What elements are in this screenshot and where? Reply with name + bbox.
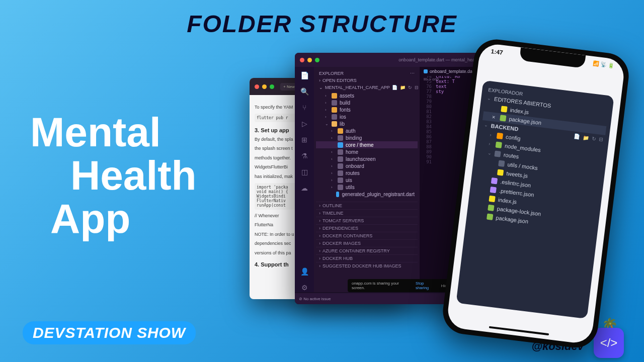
files-icon[interactable]: 📄 [300,71,309,80]
tree-item[interactable]: ⌄lib [316,120,418,127]
account-icon[interactable]: 👤 [300,267,309,276]
docker-icon[interactable]: ◫ [300,167,309,176]
remote-icon[interactable]: ☁ [300,184,309,193]
explorer-section[interactable]: ›DOCKER CONTAINERS [316,232,418,239]
breadcrumb[interactable]: lib > onb [420,76,443,82]
explorer-panel: EXPLORER ⋯ ›OPEN EDITORS ⌄MENTAL_HEALTH_… [314,67,420,292]
close-icon[interactable]: × [492,114,497,120]
explorer-section[interactable]: ›DOCKER IMAGES [316,239,418,247]
maximize-icon[interactable] [315,58,319,62]
new-file-icon[interactable]: 📄 [392,85,397,90]
phone-explorer-panel: EXPLORADOR ⌄EDITORES ABIERTOS index.js×p… [456,80,614,319]
hero-line-1: Mental [30,111,197,154]
extensions-icon[interactable]: ⊞ [300,135,309,144]
maximize-icon[interactable] [270,84,274,89]
explorer-section[interactable]: ›SUGGESTED DOCKER HUB IMAGES [316,262,418,269]
explorer-section[interactable]: ›TIMELINE [316,209,418,217]
tree-item[interactable]: generated_plugin_registrant.dart [316,191,418,198]
screen-share-bar: onapp.com is sharing your screen. Stop s… [348,279,453,292]
hero-line-2: Health [70,154,197,197]
minimize-icon[interactable] [307,58,312,62]
tree-item[interactable]: ›auth [316,127,418,134]
battery-icon: 🔋 [607,62,614,70]
file-tree: ›assets›build›fonts›ios⌄lib›auth›binding… [316,91,418,199]
new-folder-icon[interactable]: 📁 [400,85,406,90]
close-icon[interactable] [300,58,304,62]
more-icon[interactable]: ⋯ [410,71,415,76]
source-control-icon[interactable]: ⑂ [300,103,309,112]
show-badge: DEVSTATION SHOW [23,321,196,344]
status-issue[interactable]: ⊘ No active issue [299,297,331,301]
collapse-icon[interactable]: ⊟ [415,85,419,90]
new-folder-icon[interactable]: 📁 [583,134,589,140]
tree-item[interactable]: ›routes [316,169,418,176]
hero-line-3: App [50,197,197,240]
signal-icon: 📶 [592,60,599,68]
open-editors-section[interactable]: ›OPEN EDITORS [316,77,418,84]
minimize-icon[interactable] [262,84,267,89]
new-file-icon[interactable]: 📄 [574,133,580,139]
close-icon[interactable] [255,84,259,89]
tree-item[interactable]: ›uis [316,176,418,184]
stop-sharing-button[interactable]: Stop sharing [416,281,438,290]
tree-item[interactable]: ›utils [316,184,418,191]
explorer-section[interactable]: ›OUTLINE [316,202,418,209]
tree-item[interactable]: ›binding [316,134,418,141]
tree-item[interactable]: ›launchscreen [316,155,418,162]
tree-item[interactable]: ›ios [316,113,418,120]
tree-item[interactable]: ›assets [316,92,418,99]
editor-tab[interactable]: onboard_template.da [420,67,476,76]
page-title: FOLDER STRUCTURE [187,10,457,38]
refresh-icon[interactable]: ↻ [408,85,412,90]
test-icon[interactable]: ⚗ [300,151,309,160]
search-icon[interactable]: 🔍 [300,87,309,96]
explorer-section[interactable]: ›DOCKER HUB [316,254,418,262]
wifi-icon: 📡 [600,61,607,69]
logo-icon: </> [594,328,624,358]
project-section[interactable]: ⌄MENTAL_HEALTH_CARE_APP 📄 📁 ↻ ⊟ [316,84,418,91]
phone-notch [519,47,586,68]
home-indicator[interactable] [489,326,549,336]
collapse-icon[interactable]: ⊟ [598,136,603,142]
share-msg: onapp.com is sharing your screen. [352,281,413,290]
tree-item[interactable]: ›onboard [316,162,418,169]
explorer-section[interactable]: ›AZURE CONTAINER REGISTRY [316,247,418,254]
tree-item[interactable]: ›home [316,148,418,155]
debug-icon[interactable]: ▷ [300,119,309,128]
refresh-icon[interactable]: ↻ [592,135,596,141]
explorer-section[interactable]: ›DEPENDENCIES [316,224,418,232]
hero-text: Mental Health App [30,111,197,240]
dart-file-icon [424,69,428,73]
phone-time: 1:47 [491,48,504,56]
gear-icon[interactable]: ⚙ [300,283,309,292]
explorer-header: EXPLORER ⋯ [316,70,418,77]
activity-bar: 📄 🔍 ⑂ ▷ ⊞ ⚗ ◫ ☁ 👤 ⚙ [295,67,314,292]
phone-status-icons: 📶 📡 🔋 [592,60,614,70]
tree-item[interactable]: ›build [316,99,418,106]
explorer-section[interactable]: ›TOMCAT SERVERS [316,217,418,224]
tree-item[interactable]: ›fonts [316,106,418,113]
tree-item[interactable]: core / theme [316,141,418,148]
